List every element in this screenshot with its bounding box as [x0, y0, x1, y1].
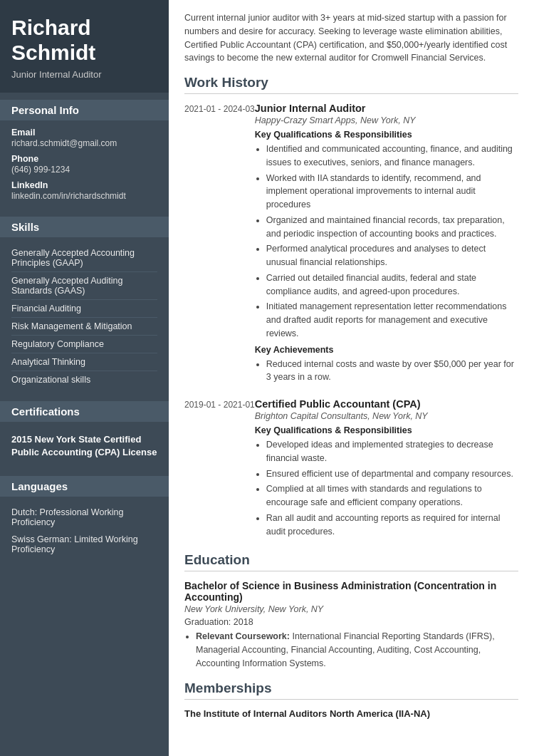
membership-name: The Institute of Internal Auditors North… [184, 708, 518, 719]
skill-item: Risk Management & Mitigation [11, 318, 157, 336]
languages-heading: Languages [0, 476, 169, 497]
phone-value: (646) 999-1234 [11, 165, 157, 175]
skill-item: Financial Auditing [11, 300, 157, 318]
certifications-section: Certifications 2015 New York State Certi… [0, 394, 169, 469]
company-name: Brighton Capital Consultants, New York, … [255, 411, 518, 421]
list-item: Ran all audit and accounting reports as … [266, 512, 518, 539]
memberships-heading: Memberships [184, 680, 518, 700]
coursework-label: Relevant Coursework: [196, 631, 290, 641]
achievements-list: Reduced internal costs and waste by over… [266, 358, 518, 385]
sidebar: Richard Schmidt Junior Internal Auditor … [0, 0, 169, 756]
summary-text: Current internal junior auditor with 3+ … [184, 11, 518, 65]
qualifications-heading: Key Qualifications & Responsibilities [255, 425, 518, 435]
list-item: Relevant Coursework: International Finan… [196, 630, 518, 670]
list-item: Complied at all times with standards and… [266, 482, 518, 509]
skill-item: Organizational skills [11, 371, 157, 388]
skill-item: Generally Accepted Auditing Standards (G… [11, 272, 157, 300]
list-item: Identified and communicated accounting, … [266, 143, 518, 170]
language-item: Dutch: Professional Working Proficiency [11, 504, 157, 531]
candidate-name: Richard Schmidt [11, 16, 157, 65]
certifications-heading: Certifications [0, 401, 169, 422]
email-value: richard.schmidt@gmail.com [11, 138, 157, 148]
list-item: Carried out detailed financial audits, f… [266, 271, 518, 299]
linkedin-value: linkedin.com/in/richardschmidt [11, 191, 157, 201]
job-title: Certified Public Accountant (CPA) [255, 398, 518, 410]
skill-item: Regulatory Compliance [11, 336, 157, 353]
linkedin-label: LinkedIn [11, 180, 157, 190]
qualifications-list: Developed ideas and implemented strategi… [266, 438, 518, 538]
list-item: Worked with IIA standards to identify, r… [266, 172, 518, 212]
company-name: Happy-Crazy Smart Apps, New York, NY [255, 115, 518, 125]
job-title: Junior Internal Auditor [255, 103, 518, 114]
edu-graduation: Graduation: 2018 [184, 617, 518, 627]
edu-degree: Bachelor of Science in Business Administ… [184, 580, 518, 603]
candidate-title: Junior Internal Auditor [11, 69, 157, 80]
edu-entry: Bachelor of Science in Business Administ… [184, 580, 518, 670]
languages-section: Languages Dutch: Professional Working Pr… [0, 469, 169, 564]
email-label: Email [11, 128, 157, 138]
education-heading: Education [184, 552, 518, 571]
list-item: Developed ideas and implemented strategi… [266, 438, 518, 465]
sidebar-header: Richard Schmidt Junior Internal Auditor [0, 0, 169, 93]
work-details: Certified Public Accountant (CPA) Bright… [255, 398, 518, 541]
work-history-section: Work History 2021-01 - 2024-03 Junior In… [184, 75, 518, 541]
memberships-section: Memberships The Institute of Internal Au… [184, 680, 518, 719]
work-dates: 2021-01 - 2024-03 [184, 103, 255, 387]
qualifications-heading: Key Qualifications & Responsibilities [255, 130, 518, 140]
education-section: Education Bachelor of Science in Busines… [184, 552, 518, 670]
skills-heading: Skills [0, 217, 169, 237]
qualifications-list: Identified and communicated accounting, … [266, 143, 518, 341]
skill-item: Analytical Thinking [11, 353, 157, 371]
personal-info-heading: Personal Info [0, 100, 169, 120]
skill-item: Generally Accepted Accounting Principles… [11, 244, 157, 272]
work-details: Junior Internal Auditor Happy-Crazy Smar… [255, 103, 518, 387]
edu-coursework-list: Relevant Coursework: International Finan… [196, 630, 518, 670]
main-content: Current internal junior auditor with 3+ … [169, 0, 534, 756]
list-item: Performed analytical procedures and anal… [266, 242, 518, 269]
achievements-heading: Key Achievements [255, 345, 518, 355]
edu-school: New York University, New York, NY [184, 604, 518, 614]
work-entry: 2021-01 - 2024-03 Junior Internal Audito… [184, 103, 518, 387]
certification-text: 2015 New York State Certified Public Acc… [11, 429, 157, 463]
work-entry: 2019-01 - 2021-01 Certified Public Accou… [184, 398, 518, 541]
phone-label: Phone [11, 154, 157, 164]
list-item: Ensured efficient use of departmental an… [266, 467, 518, 481]
work-history-heading: Work History [184, 75, 518, 94]
list-item: Initiated management representation lett… [266, 300, 518, 340]
personal-info-section: Personal Info Email richard.schmidt@gmai… [0, 93, 169, 209]
language-item: Swiss German: Limited Working Proficienc… [11, 531, 157, 558]
list-item: Organized and maintained financial recor… [266, 214, 518, 241]
work-dates: 2019-01 - 2021-01 [184, 398, 255, 541]
skills-section: Skills Generally Accepted Accounting Pri… [0, 209, 169, 394]
list-item: Reduced internal costs and waste by over… [266, 358, 518, 385]
